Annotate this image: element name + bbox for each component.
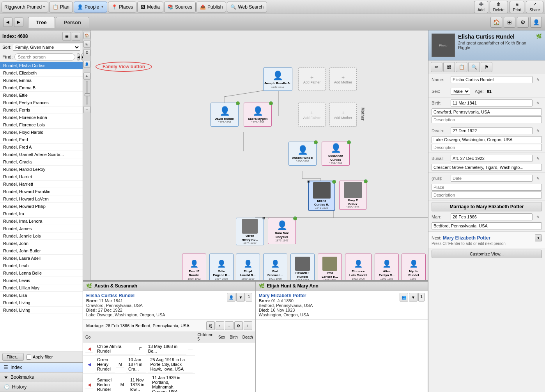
list-item[interactable]: Rundel, Lisa xyxy=(0,292,83,299)
tree-settings-icon[interactable]: ⚙ xyxy=(517,17,529,28)
tree-node-myrtle[interactable]: 👤 MyrtleRundel 1903- xyxy=(402,254,426,280)
list-item[interactable]: Rundel, Floyd Harold xyxy=(0,129,83,136)
table-row[interactable]: ◀ Samuel Berton Rundel M 11 Nov 1878 in … xyxy=(83,374,195,392)
list-item[interactable]: Rundel, Garnett Arlene Scarbr... xyxy=(0,151,83,158)
marriage-down-icon[interactable]: ↓ xyxy=(225,321,234,330)
list-item[interactable]: Rundel, Howard LaVern xyxy=(0,195,83,203)
rp-edit-btn[interactable]: ✏ xyxy=(431,62,442,72)
tree-node-austin[interactable]: 🌿 👤 Austin Rundel 1800-1892 xyxy=(288,142,317,166)
places-button[interactable]: 📍 Places xyxy=(108,2,136,12)
list-item[interactable]: Rundel, Lillian May xyxy=(0,284,83,292)
tree-node-orlin[interactable]: 👤 OrlinEugene R... 1897-1969 xyxy=(209,254,234,280)
tree-node-david[interactable]: 🌿 👤 David Rundel 1773-1853 xyxy=(211,103,239,127)
birth-input[interactable] xyxy=(451,99,533,106)
tree-node-joseph[interactable]: 👤 Joseph Rundle Jr. 1730-1812 xyxy=(263,67,292,91)
elisha-person-icon[interactable]: 👤 xyxy=(227,293,235,302)
tree-node-irma[interactable]: IrmaLenora R... 1907-1984 xyxy=(318,254,342,280)
name-edit-icon[interactable]: ✎ xyxy=(534,76,542,83)
apply-filter-checkbox[interactable] xyxy=(26,355,31,360)
death-place-input[interactable] xyxy=(432,136,542,143)
list-item[interactable]: Rundel, Leah xyxy=(0,262,83,270)
birth-place-input[interactable] xyxy=(432,108,542,115)
list-item[interactable]: Rundel, Lenna Belle xyxy=(0,270,83,277)
print-button[interactable]: 🖨 Print xyxy=(510,1,525,13)
list-item[interactable]: Rundel, Gracia xyxy=(0,158,83,166)
list-item[interactable]: Rundel, Florence Edna xyxy=(0,114,83,121)
elisha-dropdown-icon[interactable]: ▼ xyxy=(236,293,245,302)
elisha-family-name[interactable]: Elisha Curtiss Rundel xyxy=(86,293,165,298)
tree-node-florence-lois[interactable]: 👤 FlorenceLois Rundel 1912-2000 xyxy=(345,254,372,280)
list-item[interactable]: Rundel, Evelyn Frances xyxy=(0,99,83,106)
tree-node-earl[interactable]: 👤 EarlFreeman... 1901-1980 xyxy=(263,254,287,280)
list-item[interactable]: Rundel, Jennie Lois xyxy=(0,232,83,240)
forward-button[interactable]: ▶ xyxy=(14,18,23,27)
tree-node-elisha[interactable]: ElishaCurtiss R. 1841-1922 🌿 ⊞ xyxy=(308,181,335,211)
marr-place-input[interactable] xyxy=(432,222,542,229)
home-icon[interactable]: 🏠 xyxy=(490,17,502,28)
websearch-button[interactable]: 🔍 Web Search xyxy=(227,2,267,12)
burial-place-input[interactable] xyxy=(432,164,542,171)
list-item[interactable]: Rundel, Florence Lois xyxy=(0,121,83,129)
death-desc-input[interactable] xyxy=(432,144,542,151)
list-item[interactable]: Rundel, Living xyxy=(0,307,83,314)
sidebar-item-index[interactable]: ☰ Index xyxy=(0,363,83,372)
list-item[interactable]: Rundel, Lewis xyxy=(0,277,83,284)
table-row[interactable]: ◀ Orren Henry Rundel M 10 Jan 1874 in Cr… xyxy=(83,356,195,374)
tree-area[interactable]: 🏠 ⊞ ⚙ 👤 + − Family View button xyxy=(83,30,428,281)
list-item[interactable]: Rundel, Ettie xyxy=(0,92,83,99)
view-list-icon[interactable]: ☰ xyxy=(62,32,71,41)
list-item[interactable]: Rundel, Laura Adell xyxy=(0,255,83,262)
back-button[interactable]: ◀ xyxy=(3,18,12,27)
list-item[interactable]: Rundel, John xyxy=(0,240,83,247)
marr-edit-icon[interactable]: ✎ xyxy=(534,213,542,221)
tree-node-pearl[interactable]: 👤 Pearl ERundel 1896-1992 xyxy=(182,254,206,280)
marriage-settings-icon[interactable]: ⚙ xyxy=(234,321,243,330)
next-dropdown[interactable]: ▼ xyxy=(535,234,542,241)
sidebar-item-history[interactable]: 🕐 History xyxy=(0,382,83,392)
list-item[interactable]: Rundel, Fred A xyxy=(0,144,83,151)
list-item[interactable]: Rundel, Elizabeth xyxy=(0,69,83,77)
rp-flag-btn[interactable]: ⚑ xyxy=(481,62,492,72)
tab-person[interactable]: Person xyxy=(56,17,89,28)
sidebar-item-bookmarks[interactable]: ★ Bookmarks xyxy=(0,372,83,382)
marr-input[interactable] xyxy=(451,213,533,220)
rp-link-btn[interactable]: ⛓ xyxy=(443,62,455,72)
tree-settings-btn[interactable]: ⚙ xyxy=(83,49,90,56)
tree-node-alice[interactable]: 👤 AliceEvelyn R... 1901-1988 xyxy=(375,254,399,280)
add-mother-2[interactable]: + Add Mother xyxy=(329,103,357,127)
view-grid-icon[interactable]: ⊞ xyxy=(72,32,80,41)
name-input[interactable] xyxy=(451,76,533,83)
table-row[interactable]: ◀ Chloe Almira Rundel F 13 May 1868 in B… xyxy=(83,342,195,356)
tree-node-floyd[interactable]: 👤 FloydHarold R... 1899-1919 xyxy=(236,254,260,280)
list-item[interactable]: Rundel, Harriett xyxy=(0,181,83,188)
tree-node-mary-e[interactable]: Mary EPotter 1850-1923 🌿 xyxy=(339,181,366,210)
plan-button[interactable]: 📋 Plan xyxy=(49,2,73,12)
null-place-input[interactable] xyxy=(432,184,542,191)
person-icon-btn[interactable]: 👤 xyxy=(530,17,542,28)
null-desc-input[interactable] xyxy=(432,192,542,199)
tree-node-howard-f[interactable]: Howard FRundel 1904-1984 xyxy=(290,254,315,280)
sex-select[interactable]: Male xyxy=(451,88,470,95)
marriage-link-icon[interactable]: ⛓ xyxy=(206,321,215,330)
tab-tree[interactable]: Tree xyxy=(28,17,55,28)
filter-button[interactable]: Filter... xyxy=(2,353,24,361)
zoom-thumb[interactable] xyxy=(85,93,90,96)
tree-node-dora[interactable]: 🌿 👤 Dora MaeChrysler 1873-1947 xyxy=(268,218,296,244)
tree-home-btn[interactable]: 🏠 xyxy=(83,32,90,39)
next-name[interactable]: Mary Elizabeth Potter xyxy=(443,235,490,241)
list-item[interactable]: Rundel, Ferris xyxy=(0,106,83,114)
list-item[interactable]: Rundel, Harriet xyxy=(0,173,83,181)
marriage-add-icon[interactable]: + xyxy=(244,321,252,330)
list-item[interactable]: Rundel, Fred xyxy=(0,136,83,144)
null-edit-icon[interactable]: ✎ xyxy=(534,174,542,182)
list-item[interactable]: Rundel, Harold LeRoy xyxy=(0,166,83,173)
birth-desc-input[interactable] xyxy=(432,116,542,123)
tree-person-btn[interactable]: 👤 xyxy=(83,61,90,68)
death-edit-icon[interactable]: ✎ xyxy=(534,127,542,135)
tree-node-orren[interactable]: ⊞ OrrenHenry Ru... 1874-1919 xyxy=(236,218,264,245)
mary-family-name[interactable]: Mary Elizabeth Potter xyxy=(259,293,313,298)
zoom-in-btn[interactable]: + xyxy=(83,73,90,80)
tree-node-mary-rundel[interactable]: 👤 MaryRundel 1905- xyxy=(428,254,428,280)
publish-button[interactable]: 📤 Publish xyxy=(196,2,226,12)
list-item[interactable]: Rundel, Howard Philip xyxy=(0,203,83,210)
